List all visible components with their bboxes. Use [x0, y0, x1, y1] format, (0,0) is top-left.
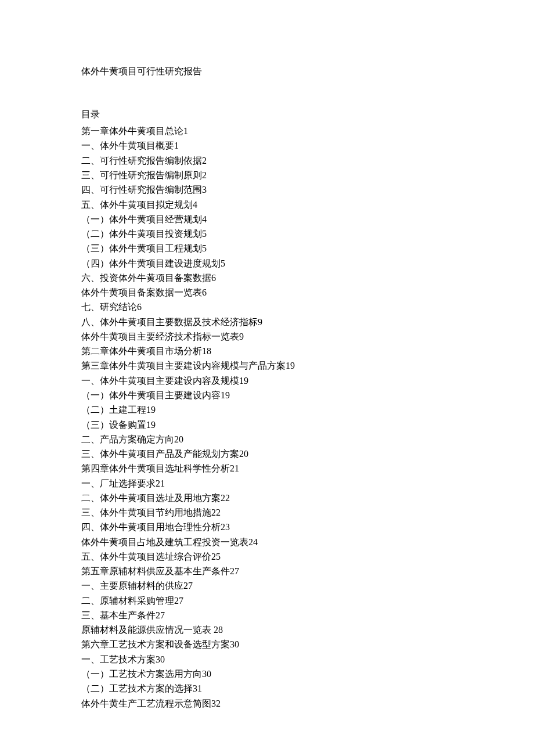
toc-entry-text: 七、研究结论	[81, 302, 137, 312]
toc-list: 第一章体外牛黄项目总论1一、体外牛黄项目概要1二、可行性研究报告编制依据2三、可…	[81, 124, 453, 711]
toc-entry-page: 5	[202, 243, 207, 253]
toc-entry: 原辅材料及能源供应情况一览表 28	[81, 622, 453, 637]
toc-entry-page: 30	[202, 669, 211, 679]
toc-entry: 四、可行性研究报告编制范围3	[81, 182, 453, 197]
toc-entry-page: 4	[202, 214, 207, 224]
toc-entry-text: 体外牛黄项目主要经济技术指标一览表	[81, 332, 239, 341]
toc-entry-page: 22	[221, 493, 230, 503]
toc-entry-text: 二、产品方案确定方向	[81, 434, 174, 444]
toc-entry-text: 第三章体外牛黄项目主要建设内容规模与产品方案	[81, 361, 286, 370]
toc-entry-page: 18	[202, 346, 211, 356]
toc-entry-text: 一、主要原辅材料的供应	[81, 581, 183, 591]
toc-entry: 一、体外牛黄项目概要1	[81, 138, 453, 153]
toc-entry: 三、体外牛黄项目产品及产能规划方案20	[81, 447, 453, 461]
toc-entry-page: 2	[202, 156, 207, 165]
toc-entry-page: 6	[137, 302, 142, 312]
toc-entry-page: 21	[156, 478, 165, 488]
toc-entry: 第四章体外牛黄项目选址科学性分析21	[81, 461, 453, 476]
toc-entry: （三）设备购置19	[81, 417, 453, 432]
toc-entry: （三）体外牛黄项目工程规划5	[81, 241, 453, 255]
toc-entry-text: （二）工艺技术方案的选择	[81, 683, 193, 693]
toc-entry-text: 四、可行性研究报告编制范围	[81, 185, 202, 195]
toc-entry: 一、厂址选择要求21	[81, 476, 453, 491]
toc-entry: （四）体外牛黄项目建设进度规划5	[81, 256, 453, 271]
toc-entry: 三、可行性研究报告编制原则2	[81, 168, 453, 182]
toc-entry-page: 22	[211, 507, 221, 517]
toc-entry-text: （三）设备购置	[81, 420, 146, 430]
toc-entry-text: （一）体外牛黄项目经营规划	[81, 214, 202, 224]
toc-entry: （一）工艺技术方案选用方向30	[81, 667, 453, 681]
toc-entry-page: 27	[230, 566, 239, 576]
toc-entry-page: 19	[239, 376, 248, 386]
toc-entry-text: （四）体外牛黄项目建设进度规划	[81, 258, 221, 268]
toc-entry-page: 1	[183, 126, 188, 136]
toc-entry-text: （一）体外牛黄项目主要建设内容	[81, 390, 221, 400]
toc-entry-page: 5	[221, 258, 225, 268]
toc-entry-page: 30	[156, 654, 165, 664]
toc-entry-page: 5	[202, 229, 207, 239]
toc-entry: 二、产品方案确定方向20	[81, 432, 453, 447]
toc-entry-page: 19	[146, 405, 156, 415]
toc-entry-page: 24	[248, 537, 258, 547]
toc-entry: 二、可行性研究报告编制依据2	[81, 153, 453, 168]
toc-entry: 七、研究结论6	[81, 300, 453, 314]
toc-entry-page: 19	[146, 420, 156, 430]
document-page: 体外牛黄项目可行性研究报告 目录 第一章体外牛黄项目总论1一、体外牛黄项目概要1…	[0, 0, 534, 746]
toc-entry-page: 20	[174, 434, 183, 444]
toc-entry-page: 31	[193, 683, 202, 693]
toc-entry: 五、体外牛黄项目选址综合评价25	[81, 549, 453, 564]
toc-entry-page: 20	[239, 449, 248, 459]
toc-entry-page: 25	[211, 552, 221, 561]
toc-entry-text: 二、可行性研究报告编制依据	[81, 156, 202, 165]
toc-entry-page: 27	[156, 610, 165, 620]
toc-entry-text: （三）体外牛黄项目工程规划	[81, 243, 202, 253]
toc-entry-page: 6	[211, 273, 216, 283]
toc-entry: 第二章体外牛黄项目市场分析18	[81, 344, 453, 358]
toc-entry: 一、工艺技术方案30	[81, 652, 453, 667]
toc-entry-text: 第五章原辅材料供应及基本生产条件	[81, 566, 230, 576]
toc-entry-page: 1	[174, 141, 179, 150]
toc-entry: 体外牛黄项目占地及建筑工程投资一览表24	[81, 535, 453, 549]
toc-entry-text: 六、投资体外牛黄项目备案数据	[81, 273, 211, 283]
toc-entry: （一）体外牛黄项目主要建设内容19	[81, 388, 453, 402]
toc-entry-text: 第六章工艺技术方案和设备选型方案	[81, 639, 230, 649]
toc-entry: 三、体外牛黄项目节约用地措施22	[81, 505, 453, 520]
toc-entry: （二）工艺技术方案的选择31	[81, 681, 453, 696]
toc-entry: 二、体外牛黄项目选址及用地方案22	[81, 491, 453, 505]
toc-entry-page: 23	[221, 522, 230, 532]
toc-entry-text: 二、体外牛黄项目选址及用地方案	[81, 493, 221, 503]
toc-entry-text: 体外牛黄生产工艺流程示意简图	[81, 699, 211, 708]
toc-entry-page: 28	[214, 625, 223, 635]
toc-entry: 第五章原辅材料供应及基本生产条件27	[81, 564, 453, 578]
toc-entry: （一）体外牛黄项目经营规划4	[81, 212, 453, 226]
toc-entry-text: 第四章体外牛黄项目选址科学性分析	[81, 463, 230, 473]
toc-entry-text: 八、体外牛黄项目主要数据及技术经济指标	[81, 317, 258, 327]
toc-entry: 四、体外牛黄项目用地合理性分析23	[81, 520, 453, 534]
toc-entry-page: 4	[193, 200, 197, 210]
toc-entry: 一、体外牛黄项目主要建设内容及规模19	[81, 373, 453, 388]
toc-entry: 体外牛黄生产工艺流程示意简图32	[81, 696, 453, 711]
toc-entry-text: （二）土建工程	[81, 405, 146, 415]
toc-entry-text: 体外牛黄项目备案数据一览表	[81, 287, 202, 297]
toc-entry-text: 第二章体外牛黄项目市场分析	[81, 346, 202, 356]
toc-entry: 第三章体外牛黄项目主要建设内容规模与产品方案19	[81, 358, 453, 373]
toc-entry: 五、体外牛黄项目拟定规划4	[81, 197, 453, 212]
document-title: 体外牛黄项目可行性研究报告	[81, 64, 453, 79]
toc-entry: （二）土建工程19	[81, 402, 453, 417]
toc-entry-text: （一）工艺技术方案选用方向	[81, 669, 202, 679]
toc-entry-text: 三、基本生产条件	[81, 610, 156, 620]
toc-entry: 体外牛黄项目备案数据一览表6	[81, 285, 453, 300]
toc-entry-page: 9	[258, 317, 262, 327]
toc-entry-text: （二）体外牛黄项目投资规划	[81, 229, 202, 239]
toc-entry-text: 一、体外牛黄项目概要	[81, 141, 174, 150]
toc-entry-text: 一、体外牛黄项目主要建设内容及规模	[81, 376, 239, 386]
toc-entry: 三、基本生产条件27	[81, 608, 453, 622]
toc-entry-text: 二、原辅材料采购管理	[81, 596, 174, 606]
toc-entry-text: 五、体外牛黄项目选址综合评价	[81, 552, 211, 561]
toc-entry-text: 一、厂址选择要求	[81, 478, 156, 488]
toc-entry: （二）体外牛黄项目投资规划5	[81, 226, 453, 241]
toc-entry: 第一章体外牛黄项目总论1	[81, 124, 453, 138]
toc-entry: 八、体外牛黄项目主要数据及技术经济指标9	[81, 315, 453, 329]
toc-entry-page: 6	[202, 287, 207, 297]
toc-heading: 目录	[81, 107, 453, 122]
